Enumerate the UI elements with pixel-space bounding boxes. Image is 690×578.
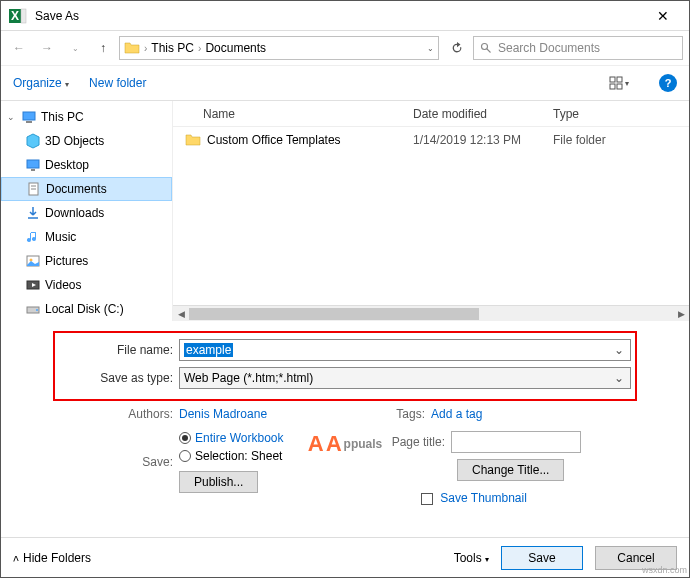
svg-rect-6 xyxy=(617,77,622,82)
radio-selection-sheet[interactable]: Selection: Sheet xyxy=(179,449,283,463)
tree-item-local-disk[interactable]: Local Disk (C:) xyxy=(1,297,172,321)
save-scope-label: Save: xyxy=(69,455,179,469)
3d-objects-icon xyxy=(25,133,41,149)
close-icon[interactable]: ✕ xyxy=(645,8,681,24)
image-credit: wsxdn.com xyxy=(642,565,687,575)
svg-rect-5 xyxy=(610,77,615,82)
videos-icon xyxy=(25,277,41,293)
tree-item-pictures[interactable]: Pictures xyxy=(1,249,172,273)
svg-rect-8 xyxy=(617,84,622,89)
organize-menu[interactable]: Organize ▾ xyxy=(13,76,69,90)
tree-item-downloads[interactable]: Downloads xyxy=(1,201,172,225)
chevron-right-icon[interactable]: › xyxy=(198,43,201,54)
svg-text:X: X xyxy=(11,9,19,23)
tree-root-this-pc[interactable]: ⌄ This PC xyxy=(1,105,172,129)
filename-value: example xyxy=(184,343,233,357)
radio-off-icon xyxy=(179,450,191,462)
hide-folders-button[interactable]: ʌ Hide Folders xyxy=(13,551,91,565)
desktop-icon xyxy=(25,157,41,173)
scroll-left-icon[interactable]: ◀ xyxy=(173,309,189,319)
filename-input[interactable]: example xyxy=(179,339,631,361)
documents-icon xyxy=(26,181,42,197)
folder-tree[interactable]: ⌄ This PC 3D Objects Desktop Documents D… xyxy=(1,101,173,321)
file-type: File folder xyxy=(553,133,653,147)
save-thumbnail-checkbox[interactable]: Save Thumbnail xyxy=(421,491,681,505)
dialog-footer: ʌ Hide Folders Tools ▾ Save Cancel xyxy=(1,537,689,577)
chevron-right-icon[interactable]: › xyxy=(144,43,147,54)
save-as-type-dropdown[interactable]: Web Page (*.htm;*.html) xyxy=(179,367,631,389)
annotation-highlight: File name: example Save as type: Web Pag… xyxy=(53,331,637,401)
column-name[interactable]: Name xyxy=(173,107,413,121)
folder-icon xyxy=(185,132,201,148)
authors-value[interactable]: Denis Madroane xyxy=(179,407,267,421)
file-list[interactable]: Name Date modified Type Custom Office Te… xyxy=(173,101,689,321)
music-icon xyxy=(25,229,41,245)
svg-rect-10 xyxy=(26,121,32,123)
collapse-icon[interactable]: ⌄ xyxy=(5,112,17,122)
chevron-up-icon: ʌ xyxy=(13,552,19,563)
filename-label: File name: xyxy=(59,343,179,357)
save-as-type-value: Web Page (*.htm;*.html) xyxy=(184,371,313,385)
address-dropdown-icon[interactable]: ⌄ xyxy=(427,44,434,53)
scrollbar-thumb[interactable] xyxy=(189,308,479,320)
change-title-button[interactable]: Change Title... xyxy=(457,459,564,481)
pc-icon xyxy=(21,109,37,125)
column-type[interactable]: Type xyxy=(553,107,653,121)
svg-point-3 xyxy=(482,44,488,50)
back-icon[interactable]: ← xyxy=(7,36,31,60)
tree-item-videos[interactable]: Videos xyxy=(1,273,172,297)
search-placeholder: Search Documents xyxy=(498,41,600,55)
svg-rect-12 xyxy=(31,169,35,171)
view-options-icon[interactable]: ▾ xyxy=(599,72,639,94)
radio-on-icon xyxy=(179,432,191,444)
svg-rect-9 xyxy=(23,112,35,120)
tree-item-music[interactable]: Music xyxy=(1,225,172,249)
window-title: Save As xyxy=(35,9,645,23)
tools-menu[interactable]: Tools ▾ xyxy=(454,551,489,565)
file-list-header: Name Date modified Type xyxy=(173,101,689,127)
search-input[interactable]: Search Documents xyxy=(473,36,683,60)
scroll-right-icon[interactable]: ▶ xyxy=(673,309,689,319)
tree-item-desktop[interactable]: Desktop xyxy=(1,153,172,177)
explorer-body: ⌄ This PC 3D Objects Desktop Documents D… xyxy=(1,101,689,321)
svg-line-4 xyxy=(487,49,491,53)
forward-icon: → xyxy=(35,36,59,60)
save-form: File name: example Save as type: Web Pag… xyxy=(1,321,689,517)
file-row[interactable]: Custom Office Templates 1/14/2019 12:13 … xyxy=(173,127,689,153)
authors-label: Authors: xyxy=(69,407,179,421)
titlebar: X Save As ✕ xyxy=(1,1,689,31)
recent-locations-icon[interactable]: ⌄ xyxy=(63,36,87,60)
file-date: 1/14/2019 12:13 PM xyxy=(413,133,553,147)
save-as-type-label: Save as type: xyxy=(59,371,179,385)
column-date[interactable]: Date modified xyxy=(413,107,553,121)
pictures-icon xyxy=(25,253,41,269)
navbar: ← → ⌄ ↑ › This PC › Documents ⌄ Search D… xyxy=(1,31,689,65)
svg-rect-2 xyxy=(21,9,26,23)
address-bar[interactable]: › This PC › Documents ⌄ xyxy=(119,36,439,60)
tree-item-documents[interactable]: Documents xyxy=(1,177,172,201)
save-button[interactable]: Save xyxy=(501,546,583,570)
help-icon[interactable]: ? xyxy=(659,74,677,92)
drive-icon xyxy=(25,301,41,317)
folder-icon xyxy=(124,40,140,56)
page-title-input[interactable] xyxy=(451,431,581,453)
search-icon xyxy=(480,42,492,54)
downloads-icon xyxy=(25,205,41,221)
radio-entire-workbook[interactable]: Entire Workbook xyxy=(179,431,283,445)
breadcrumb-part[interactable]: Documents xyxy=(205,41,266,55)
horizontal-scrollbar[interactable]: ◀ ▶ xyxy=(173,305,689,321)
tags-label: Tags: xyxy=(381,407,431,421)
svg-point-20 xyxy=(36,309,38,311)
file-name: Custom Office Templates xyxy=(207,133,341,147)
refresh-icon[interactable] xyxy=(445,36,469,60)
breadcrumb-part[interactable]: This PC xyxy=(151,41,194,55)
page-title-label: Page title: xyxy=(381,435,451,449)
checkbox-icon xyxy=(421,493,433,505)
tree-item-3d-objects[interactable]: 3D Objects xyxy=(1,129,172,153)
publish-button[interactable]: Publish... xyxy=(179,471,258,493)
excel-icon: X xyxy=(9,7,27,25)
svg-rect-7 xyxy=(610,84,615,89)
tags-value[interactable]: Add a tag xyxy=(431,407,482,421)
new-folder-button[interactable]: New folder xyxy=(89,76,146,90)
up-icon[interactable]: ↑ xyxy=(91,36,115,60)
